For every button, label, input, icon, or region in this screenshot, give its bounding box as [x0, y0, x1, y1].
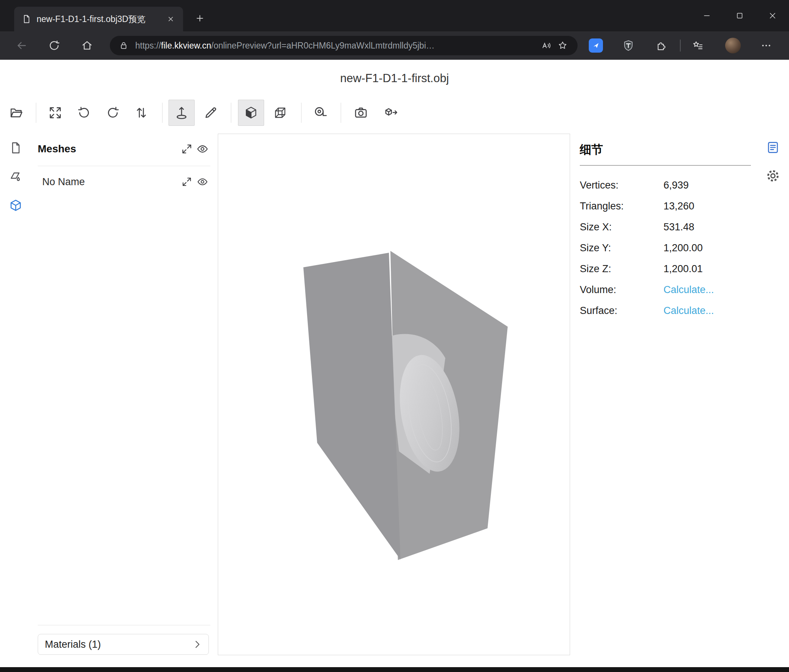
flip-vertical-button[interactable] — [128, 100, 154, 126]
tampermonkey-extension-icon[interactable] — [620, 37, 637, 54]
left-plane — [303, 253, 401, 560]
calculate-surface-link[interactable]: Calculate... — [663, 305, 714, 317]
detail-label: Volume: — [580, 284, 663, 296]
page-favicon-icon — [22, 14, 31, 24]
window-minimize-button[interactable] — [690, 0, 723, 31]
detail-label: Size Z: — [580, 263, 663, 275]
details-panel: 细节 Vertices: 6,939 Triangles: 13,260 Siz… — [580, 142, 751, 321]
favorites-hub-icon[interactable] — [689, 37, 706, 54]
sidebar-tab-materials[interactable] — [8, 167, 24, 186]
browser-navbar: https://file.kkview.cn/onlinePreview?url… — [0, 31, 789, 60]
materials-button[interactable]: Materials (1) — [38, 634, 209, 655]
detail-row: Size X: 531.48 — [580, 217, 751, 237]
model-render — [218, 134, 570, 655]
detail-value: 6,939 — [663, 180, 689, 191]
materials-button-label: Materials (1) — [45, 639, 192, 650]
url-text: https://file.kkview.cn/onlinePreview?url… — [135, 41, 538, 51]
rotate-left-button[interactable] — [71, 100, 97, 126]
browser-tab-strip: new-F1-D1-1-first.obj3D预览 — [0, 0, 789, 31]
panel-divider — [38, 625, 210, 625]
translate-extension-icon[interactable] — [587, 37, 604, 54]
mesh-name: No Name — [38, 176, 179, 188]
shaded-view-button[interactable] — [238, 100, 264, 126]
move-tool-button[interactable] — [168, 100, 195, 126]
toolbar-separator — [341, 103, 341, 123]
zoom-extents-icon[interactable] — [179, 174, 195, 189]
detail-row: Triangles: 13,260 — [580, 196, 751, 217]
avatar — [725, 38, 741, 53]
tab-close-icon[interactable] — [164, 12, 178, 26]
address-bar[interactable]: https://file.kkview.cn/onlinePreview?url… — [110, 36, 578, 55]
viewer-side-tabs — [8, 138, 24, 225]
refresh-button[interactable] — [45, 37, 63, 54]
toolbar-separator — [36, 103, 36, 123]
meshes-panel-title: Meshes — [38, 143, 179, 155]
sidebar-tab-file-info[interactable] — [8, 138, 24, 158]
right-icon-strip — [764, 138, 781, 195]
settings-gear-icon[interactable] — [764, 167, 781, 185]
detail-label: Size Y: — [580, 242, 663, 254]
panel-divider — [38, 166, 210, 166]
window-close-button[interactable] — [756, 0, 789, 31]
new-tab-button[interactable] — [191, 10, 208, 27]
window-maximize-button[interactable] — [723, 0, 756, 31]
tab-title: new-F1-D1-1-first.obj3D预览 — [37, 13, 164, 25]
rotate-right-button[interactable] — [100, 100, 126, 126]
mesh-list-item[interactable]: No Name — [38, 172, 210, 191]
back-button[interactable] — [13, 37, 30, 54]
read-aloud-icon[interactable] — [538, 37, 554, 54]
site-lock-icon[interactable] — [119, 41, 128, 50]
export-model-button[interactable] — [378, 100, 404, 126]
detail-row: Vertices: 6,939 — [580, 175, 751, 196]
detail-label: Triangles: — [580, 201, 663, 212]
viewer-toolbar — [0, 100, 789, 126]
detail-label: Size X: — [580, 221, 663, 233]
home-button[interactable] — [78, 37, 96, 54]
browser-window: new-F1-D1-1-first.obj3D预览 — [0, 0, 789, 672]
document-title: new-F1-D1-1-first.obj — [0, 72, 789, 85]
detail-row: Volume: Calculate... — [580, 279, 751, 300]
window-controls — [690, 0, 789, 31]
favorite-star-icon[interactable] — [554, 37, 571, 54]
profile-avatar[interactable] — [724, 37, 741, 54]
screenshot-button[interactable] — [348, 100, 374, 126]
draw-line-tool-button[interactable] — [198, 100, 224, 126]
zoom-extents-icon[interactable] — [179, 141, 195, 157]
3d-viewport[interactable] — [218, 134, 570, 655]
page-content: new-F1-D1-1-first.obj — [0, 60, 789, 667]
detail-value: 531.48 — [663, 221, 695, 233]
toolbar-separator — [301, 103, 302, 123]
detail-label: Surface: — [580, 305, 663, 317]
wireframe-view-button[interactable] — [267, 100, 293, 126]
chevron-right-icon — [192, 639, 203, 650]
bottom-edge-strip — [0, 667, 789, 672]
detail-value: 13,260 — [663, 201, 695, 212]
browser-tab[interactable]: new-F1-D1-1-first.obj3D预览 — [14, 7, 183, 31]
toolbar-separator — [231, 103, 231, 123]
sidebar-tab-model-tree[interactable] — [8, 196, 24, 215]
extensions-puzzle-icon[interactable] — [653, 37, 670, 54]
fit-view-button[interactable] — [42, 100, 69, 126]
detail-row: Size Z: 1,200.01 — [580, 258, 751, 279]
toolbar-separator — [162, 103, 163, 123]
open-file-button[interactable] — [3, 100, 30, 126]
detail-row: Size Y: 1,200.00 — [580, 237, 751, 258]
calculate-volume-link[interactable]: Calculate... — [663, 284, 714, 296]
details-panel-title: 细节 — [580, 142, 751, 158]
visibility-eye-icon[interactable] — [195, 141, 210, 157]
visibility-eye-icon[interactable] — [195, 174, 210, 189]
details-list-icon[interactable] — [764, 138, 781, 157]
toolbar-divider — [680, 40, 680, 51]
detail-label: Vertices: — [580, 180, 663, 191]
detail-row: Surface: Calculate... — [580, 300, 751, 321]
measure-tool-button[interactable] — [307, 100, 334, 126]
meshes-panel-header: Meshes — [38, 140, 210, 158]
detail-value: 1,200.00 — [663, 242, 703, 254]
panel-divider — [580, 165, 751, 166]
detail-value: 1,200.01 — [663, 263, 703, 275]
browser-menu-icon[interactable] — [758, 37, 775, 54]
